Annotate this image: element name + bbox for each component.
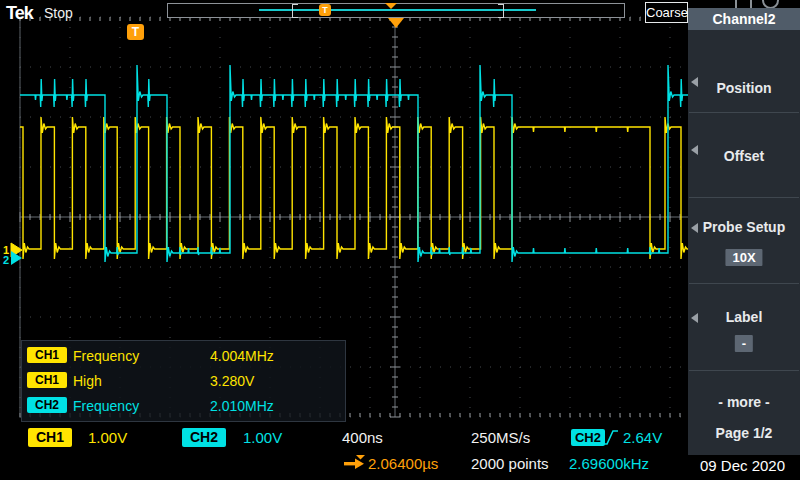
channel2-menu: Channel2 Position Offset Probe Setup 10X… <box>688 8 800 455</box>
ch1-scale-badge[interactable]: CH1 <box>28 428 72 447</box>
menu-item-position[interactable]: Position <box>688 30 800 112</box>
window-bracket-left-icon <box>292 4 298 18</box>
date-display: 09 Dec 2020 <box>690 457 795 474</box>
ch2-scale-badge[interactable]: CH2 <box>182 428 226 447</box>
trigger-frequency-value: 2.69600kHz <box>569 455 649 472</box>
measurement-value: 4.004MHz <box>210 348 274 364</box>
horizontal-delay-value: 2.06400µs <box>368 455 438 472</box>
menu-title: Channel2 <box>688 8 800 30</box>
menu-item-more[interactable]: - more - Page 1/2 <box>688 370 800 455</box>
oscilloscope-screen: 12 Tek Stop T Coarse T CH1 Frequency 4.0… <box>0 0 800 480</box>
sample-rate-value: 250MS/s <box>471 429 530 446</box>
trigger-time-badge-icon: T <box>319 4 331 16</box>
record-length-value: 2000 points <box>471 455 549 472</box>
ch1-badge: CH1 <box>27 372 67 388</box>
coarse-indicator: Coarse <box>645 2 688 23</box>
measurement-value: 3.280V <box>210 373 254 389</box>
window-bracket-right-icon <box>498 4 504 18</box>
menu-item-label[interactable]: Label - <box>688 283 800 370</box>
menu-item-offset[interactable]: Offset <box>688 112 800 197</box>
acquisition-status: Stop <box>44 5 73 21</box>
measurement-readout: CH1 Frequency 4.004MHz CH1 High 3.280V C… <box>21 340 346 422</box>
record-view-bar: T <box>167 3 625 18</box>
ch2-scale-value: 1.00V <box>243 429 282 446</box>
page-indicator: Page 1/2 <box>688 425 800 441</box>
rising-edge-icon <box>600 428 620 447</box>
measurement-value: 2.010MHz <box>210 398 274 414</box>
ch1-scale-value: 1.00V <box>88 429 127 446</box>
ch2-badge: CH2 <box>27 397 67 413</box>
trigger-position-icon <box>388 18 404 28</box>
timebase-value: 400ns <box>342 429 383 446</box>
trigger-level-value: 2.64V <box>623 429 662 446</box>
measurement-label: High <box>73 373 102 389</box>
trigger-position-marker-icon <box>385 3 397 9</box>
menu-item-probe-setup[interactable]: Probe Setup 10X <box>688 197 800 283</box>
measurement-label: Frequency <box>73 398 139 414</box>
delay-arrow-icon <box>343 455 366 470</box>
ch2-waveform <box>20 65 688 262</box>
record-waveform-line <box>259 9 536 11</box>
ch1-badge: CH1 <box>27 347 67 363</box>
measurement-row: CH2 Frequency 2.010MHz <box>22 397 345 419</box>
measurement-row: CH1 High 3.280V <box>22 372 345 394</box>
measurement-label: Frequency <box>73 348 139 364</box>
probe-attenuation-value[interactable]: 10X <box>725 249 762 266</box>
ch2-marker-label: 2 <box>3 254 9 266</box>
tek-logo: Tek <box>6 3 33 24</box>
channel-label-value[interactable]: - <box>735 335 753 352</box>
measurement-row: CH1 Frequency 4.004MHz <box>22 347 345 369</box>
trigger-t-badge-icon: T <box>127 24 144 40</box>
